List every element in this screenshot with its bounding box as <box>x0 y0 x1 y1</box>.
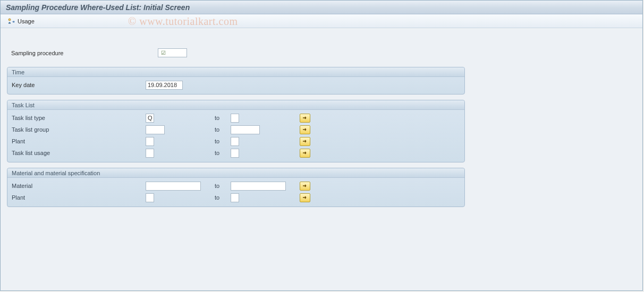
task-list-usage-label: Task list usage <box>12 150 146 156</box>
to-label: to <box>215 138 231 144</box>
task-list-usage-from-input[interactable] <box>146 149 154 158</box>
content-area: Sampling procedure ☑ Time Key date Task … <box>1 28 642 219</box>
required-check-icon: ☑ <box>161 50 166 56</box>
material-plant-to-input[interactable] <box>231 193 239 202</box>
task-list-type-multiselect-button[interactable] <box>300 114 310 123</box>
sampling-procedure-label: Sampling procedure <box>11 50 147 56</box>
arrow-right-icon <box>302 150 308 156</box>
key-date-label: Key date <box>12 82 146 88</box>
material-to-input[interactable] <box>231 182 286 191</box>
to-label: to <box>215 126 231 133</box>
arrow-right-icon <box>302 115 308 121</box>
task-list-group-label: Task list group <box>12 126 146 133</box>
task-list-group-multiselect-button[interactable] <box>300 125 310 134</box>
group-task-list-title: Task List <box>7 100 464 110</box>
task-list-plant-label: Plant <box>12 138 146 144</box>
svg-point-0 <box>9 19 11 21</box>
task-list-group-from-input[interactable] <box>146 125 165 134</box>
task-list-type-row: Task list type to <box>12 112 460 124</box>
group-material: Material and material specification Mate… <box>7 168 465 207</box>
sampling-procedure-input[interactable]: ☑ <box>158 48 187 57</box>
task-list-usage-row: Task list usage to <box>12 147 460 159</box>
arrow-right-icon <box>302 183 308 188</box>
material-multiselect-button[interactable] <box>300 182 310 191</box>
task-list-plant-multiselect-button[interactable] <box>300 137 310 146</box>
group-material-title: Material and material specification <box>7 168 464 178</box>
arrow-right-icon <box>302 195 308 200</box>
material-row: Material to <box>12 180 460 192</box>
application-toolbar: Usage <box>1 14 642 28</box>
usage-button[interactable]: Usage <box>6 18 37 25</box>
group-material-body: Material to Plant to <box>7 178 464 207</box>
task-list-type-to-input[interactable] <box>231 114 239 123</box>
title-bar: Sampling Procedure Where-Used List: Init… <box>1 1 642 14</box>
page-title: Sampling Procedure Where-Used List: Init… <box>6 3 190 12</box>
material-from-input[interactable] <box>146 182 201 191</box>
group-time: Time Key date <box>7 67 465 95</box>
material-plant-row: Plant to <box>12 192 460 203</box>
sampling-procedure-line: Sampling procedure ☑ <box>11 48 636 57</box>
app-frame: Sampling Procedure Where-Used List: Init… <box>0 0 643 291</box>
task-list-plant-from-input[interactable] <box>146 137 154 146</box>
material-plant-from-input[interactable] <box>146 193 154 202</box>
task-list-usage-to-input[interactable] <box>231 149 239 158</box>
task-list-type-label: Task list type <box>12 115 146 121</box>
group-time-title: Time <box>7 67 464 77</box>
arrow-right-icon <box>302 139 308 144</box>
group-task-list: Task List Task list type to <box>7 100 465 162</box>
group-task-list-body: Task list type to Task list group <box>7 110 464 162</box>
task-list-plant-to-input[interactable] <box>231 137 239 146</box>
to-label: to <box>215 150 231 156</box>
where-used-icon <box>8 18 15 24</box>
to-label: to <box>215 194 231 201</box>
to-label: to <box>215 183 231 189</box>
usage-button-label: Usage <box>18 18 35 24</box>
task-list-group-row: Task list group to <box>12 124 460 135</box>
task-list-group-to-input[interactable] <box>231 125 260 134</box>
task-list-usage-multiselect-button[interactable] <box>300 149 310 158</box>
key-date-input[interactable] <box>146 81 183 90</box>
task-list-plant-row: Plant to <box>12 135 460 147</box>
material-plant-multiselect-button[interactable] <box>300 193 310 202</box>
material-label: Material <box>12 183 146 189</box>
arrow-right-icon <box>302 127 308 132</box>
material-plant-label: Plant <box>12 194 146 201</box>
to-label: to <box>215 115 231 121</box>
task-list-type-from-input[interactable] <box>146 114 154 123</box>
